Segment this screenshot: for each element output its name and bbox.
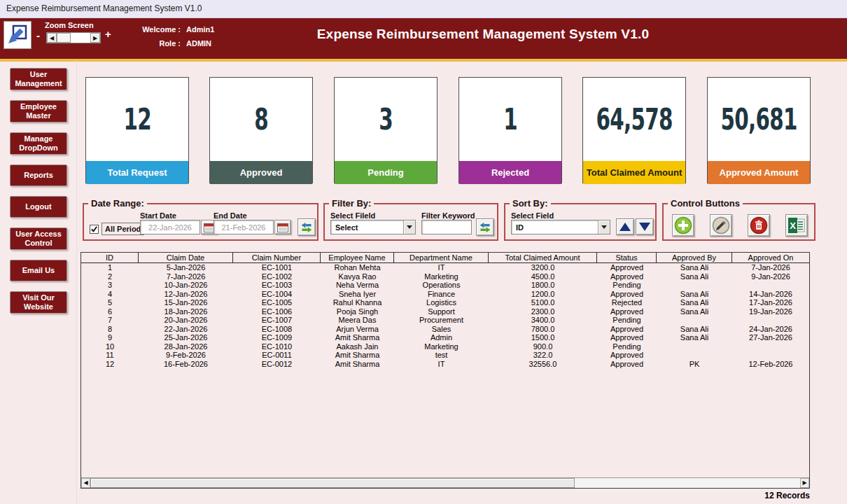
cell-employee-name: Meera Das — [321, 316, 394, 325]
cell-department-name: Support — [394, 307, 489, 316]
sidebar-item-reports[interactable]: Reports — [10, 164, 67, 186]
record-count: 12 Records — [670, 491, 810, 500]
card-value: 8 — [254, 102, 268, 137]
cell-claim-date: 9-Feb-2026 — [139, 351, 233, 360]
end-date-calendar-button[interactable] — [274, 220, 291, 234]
cell-total-claimed-amount: 2300.0 — [489, 307, 597, 316]
table-row[interactable]: 15-Jan-2026EC-1001Rohan MehtaIT3200.0App… — [81, 263, 809, 272]
table-row[interactable]: 1216-Feb-2026EC-0012Amit SharmaIT32556.0… — [81, 360, 809, 369]
cell-status: Approved — [597, 272, 657, 281]
date-range-legend: Date Range: — [88, 198, 147, 209]
cell-department-name: IT — [394, 360, 489, 369]
table-row[interactable]: 515-Jan-2026EC-1005Rahul KhannaLogistics… — [81, 298, 809, 307]
sort-group: Sort By: Select Field ID — [504, 203, 657, 241]
delete-record-button[interactable] — [748, 214, 770, 237]
horizontal-scrollbar[interactable]: ◀ ▶ — [81, 477, 809, 488]
cell-status: Approved — [597, 333, 657, 342]
scroll-right-icon[interactable]: ▶ — [800, 478, 809, 488]
all-period-label[interactable]: All Period — [102, 223, 144, 235]
card-value: 64,578 — [596, 102, 672, 137]
start-date-input[interactable] — [140, 220, 200, 234]
window-titlebar: Expense Reimbursement Management System … — [0, 0, 847, 18]
welcome-value: Admin1 — [186, 25, 214, 34]
card-label: Total Claimed Amount — [583, 161, 685, 184]
column-header-status: Status — [597, 253, 657, 262]
table-row[interactable]: 822-Jan-2026EC-1008Arjun VermaSales7800.… — [81, 325, 809, 334]
filter-field-dropdown[interactable]: Select — [330, 220, 416, 234]
cell-claim-number: EC-1001 — [233, 263, 321, 272]
table-empty-area — [81, 368, 809, 477]
sidebar-item-user-access-control[interactable]: User Access Control — [10, 227, 67, 250]
cell-employee-name: Pooja Singh — [321, 307, 394, 316]
cell-department-name: Admin — [394, 333, 489, 342]
sort-ascending-button[interactable] — [616, 218, 634, 235]
cell-approved-by: Sana Ali — [657, 263, 732, 272]
table-row[interactable]: 925-Jan-2026EC-1009Amit SharmaAdmin1500.… — [81, 333, 809, 342]
dropdown-arrow-button[interactable] — [403, 220, 415, 234]
card-value: 3 — [379, 102, 393, 137]
cell-status: Pending — [597, 342, 657, 351]
sidebar-item-visit-our-website[interactable]: Visit Our Website — [10, 291, 67, 314]
edit-record-button[interactable] — [710, 214, 732, 237]
cell-employee-name: Kavya Rao — [321, 272, 394, 281]
cell-approved-on: 19-Jan-2026 — [732, 307, 809, 316]
date-refresh-button[interactable] — [298, 218, 316, 236]
card-label: Total Request — [86, 161, 188, 184]
sort-descending-button[interactable] — [636, 218, 654, 235]
cell-total-claimed-amount: 5100.0 — [489, 298, 597, 307]
cell-status: Approved — [597, 263, 657, 272]
all-period-checkbox[interactable] — [90, 225, 99, 234]
card-label: Rejected — [459, 161, 561, 184]
filter-keyword-input[interactable] — [421, 220, 472, 234]
scroll-left-icon[interactable]: ◀ — [81, 478, 90, 488]
table-row[interactable]: 27-Jan-2026EC-1002Kavya RaoMarketing4500… — [81, 272, 809, 281]
add-record-button[interactable] — [672, 214, 694, 237]
cell-approved-by — [657, 316, 732, 325]
scroll-thumb[interactable] — [90, 478, 575, 488]
cell-approved-on: 7-Jan-2026 — [732, 263, 809, 272]
cell-claim-date: 7-Jan-2026 — [139, 272, 233, 281]
end-date-input[interactable] — [214, 220, 274, 234]
filter-legend: Filter By: — [329, 198, 374, 209]
filter-field-value: Select — [331, 223, 403, 232]
cell-claim-number: EC-1010 — [233, 342, 321, 351]
zoom-scroll-thumb[interactable] — [57, 33, 71, 43]
cell-status: Approved — [597, 307, 657, 316]
table-row[interactable]: 618-Jan-2026EC-1006Pooja SinghSupport230… — [81, 307, 809, 316]
zoom-screen-label: Zoom Screen — [45, 21, 94, 29]
sort-field-dropdown[interactable]: ID — [511, 220, 610, 234]
zoom-out-label[interactable]: - — [36, 29, 40, 41]
zoom-in-label[interactable]: + — [105, 28, 111, 40]
table-row[interactable]: 310-Jan-2026EC-1003Neha VermaOperations1… — [81, 281, 809, 290]
cell-department-name: Logistics — [394, 298, 489, 307]
cell-id: 4 — [81, 290, 139, 299]
cell-approved-on: 9-Jan-2026 — [732, 272, 809, 281]
table-row[interactable]: 720-Jan-2026EC-1007Meera DasProcurement3… — [81, 316, 809, 325]
sidebar-item-manage-dropdown[interactable]: Manage DropDown — [10, 132, 67, 155]
sidebar-item-email-us[interactable]: Email Us — [10, 260, 67, 281]
filter-refresh-button[interactable] — [476, 218, 494, 236]
cell-employee-name: Neha Verma — [321, 281, 394, 290]
table-row[interactable]: 412-Jan-2026EC-1004Sneha IyerFinance1200… — [81, 290, 809, 299]
zoom-scroll-left-icon[interactable]: ◀ — [47, 33, 57, 43]
cell-claim-number: EC-0012 — [233, 360, 321, 369]
cell-claim-date: 12-Jan-2026 — [139, 290, 233, 299]
column-header-id: ID — [81, 253, 139, 262]
dropdown-arrow-button[interactable] — [598, 220, 610, 234]
sidebar-item-logout[interactable]: Logout — [10, 196, 67, 218]
export-excel-button[interactable]: X — [785, 214, 808, 237]
filter-group: Filter By: Select Fileld Select Filter K… — [323, 203, 498, 241]
sidebar-item-user-management[interactable]: User Management — [10, 68, 67, 90]
zoom-scroll-right-icon[interactable]: ▶ — [90, 33, 100, 43]
table-row[interactable]: 1028-Jan-2026EC-1010Aakash JainMarketing… — [81, 342, 809, 351]
cell-department-name: IT — [394, 263, 489, 272]
zoom-scrollbar[interactable]: ◀ ▶ — [46, 32, 101, 43]
restore-window-button[interactable] — [4, 21, 31, 49]
cell-status: Pending — [597, 281, 657, 290]
cell-status: Approved — [597, 290, 657, 299]
window-title: Expense Reimbursement Management System … — [6, 4, 202, 13]
sidebar-item-employee-master[interactable]: Employee Master — [10, 100, 67, 122]
cell-claim-date: 16-Feb-2026 — [139, 360, 233, 369]
table-row[interactable]: 119-Feb-2026EC-0011Amit Sharmatest322.0A… — [81, 351, 809, 360]
sort-field-label: Select Field — [511, 211, 554, 220]
